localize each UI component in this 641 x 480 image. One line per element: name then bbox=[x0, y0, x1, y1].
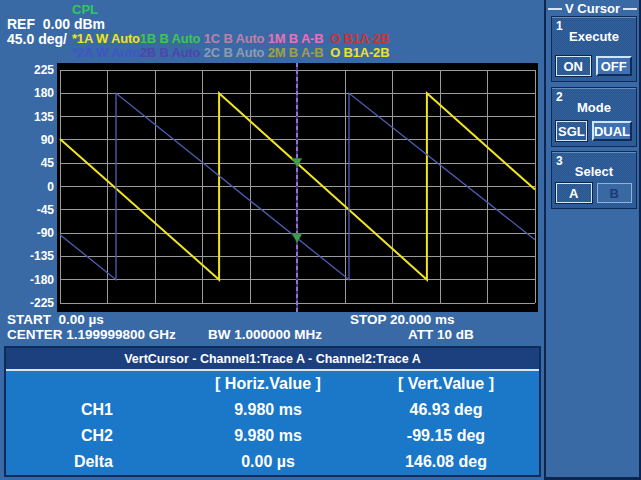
horiz-value: [ Horiz.Value ] bbox=[113, 375, 423, 393]
vert-value: [ Vert.Value ] bbox=[388, 375, 504, 393]
table-row: CH29.980 ms-99.15 deg bbox=[6, 423, 539, 449]
ref-level-readout: REF 0.00 dBm bbox=[7, 16, 105, 32]
off-button[interactable]: OFF bbox=[596, 56, 633, 76]
trace-label: O B1A-2B bbox=[323, 31, 389, 46]
on-button[interactable]: ON bbox=[556, 56, 591, 76]
table-row: CH19.980 ms46.93 deg bbox=[6, 397, 539, 423]
y-axis-label: 45 bbox=[14, 156, 54, 170]
softkey-button-row: AB bbox=[556, 183, 632, 203]
row-label: CH2 bbox=[6, 427, 113, 445]
trace-label: O B1A-2B bbox=[323, 45, 389, 60]
title-rule-left bbox=[548, 8, 562, 10]
stop-readout: STOP 20.000 ms bbox=[350, 312, 455, 327]
y-axis-label: -135 bbox=[14, 249, 54, 263]
trace-label: 1M B A-B bbox=[264, 31, 323, 46]
menu-title: V Cursor bbox=[565, 1, 620, 16]
horiz-value: 9.980 ms bbox=[113, 401, 423, 419]
trace-label: 2C B Auto bbox=[200, 45, 264, 60]
horiz-value: 9.980 ms bbox=[113, 427, 423, 445]
y-axis-label: 90 bbox=[14, 133, 54, 147]
start-readout: START 0.00 µs bbox=[7, 312, 104, 327]
softkey-menu: V Cursor 1ExecuteONOFF2ModeSGLDUAL3Selec… bbox=[544, 0, 641, 480]
y-axis-label: -225 bbox=[14, 296, 54, 310]
trace-label: 2M B A-B bbox=[264, 45, 323, 60]
softkey-button-row: ONOFF bbox=[556, 56, 632, 76]
a-button[interactable]: A bbox=[556, 183, 592, 203]
vert-value: 46.93 deg bbox=[388, 401, 504, 419]
y-axis-label: 135 bbox=[14, 110, 54, 124]
trace-label: 1B B Auto bbox=[140, 31, 201, 46]
softkey-label: Execute bbox=[552, 29, 636, 44]
att-readout: ATT 10 dB bbox=[408, 327, 474, 342]
softkey-label: Select bbox=[552, 164, 636, 179]
row-label: CH1 bbox=[6, 401, 113, 419]
trace-label: *1A W Auto bbox=[72, 31, 140, 46]
menu-title-bar: V Cursor bbox=[546, 1, 639, 15]
trace-status-row-2: *2A W Auto2B B Auto 2C B Auto 2M B A-B O… bbox=[72, 45, 389, 60]
plot-svg bbox=[57, 63, 538, 312]
trace-label: 1C B Auto bbox=[200, 31, 264, 46]
y-axis-label: -45 bbox=[14, 203, 54, 217]
sgl-button[interactable]: SGL bbox=[556, 121, 587, 141]
instrument-screen: CPL REF 0.00 dBm 45.0 deg/ *1A W Auto1B … bbox=[0, 0, 641, 480]
coupling-indicator: CPL bbox=[72, 2, 98, 17]
scale-per-div-readout: 45.0 deg/ bbox=[7, 31, 67, 47]
table-row: Delta0.00 µs146.08 deg bbox=[6, 449, 539, 475]
y-axis-label: 225 bbox=[14, 63, 54, 77]
softkey-label: Mode bbox=[552, 100, 636, 115]
softkey-group-execute: 1ExecuteONOFF bbox=[551, 16, 637, 82]
y-axis-label: -180 bbox=[14, 273, 54, 287]
softkey-group-mode: 2ModeSGLDUAL bbox=[551, 87, 637, 147]
trace-label: 2B B Auto bbox=[140, 45, 201, 60]
dual-button[interactable]: DUAL bbox=[592, 121, 632, 141]
bw-readout: BW 1.000000 MHz bbox=[208, 327, 322, 342]
title-rule-right bbox=[623, 8, 637, 10]
softkey-button-row: SGLDUAL bbox=[556, 121, 632, 141]
vert-value: -99.15 deg bbox=[388, 427, 504, 445]
trace-label: *2A W Auto bbox=[72, 45, 140, 60]
vert-value: 146.08 deg bbox=[388, 453, 504, 471]
softkey-group-select: 3SelectAB bbox=[551, 151, 637, 209]
y-axis-label: 180 bbox=[14, 86, 54, 100]
horiz-value: 0.00 µs bbox=[113, 453, 423, 471]
table-title: VertCursor - Channel1:Trace A - Channel2… bbox=[6, 348, 539, 371]
vert-cursor-table: VertCursor - Channel1:Trace A - Channel2… bbox=[4, 346, 541, 477]
table-header-row: [ Horiz.Value ][ Vert.Value ] bbox=[6, 371, 539, 397]
center-freq-readout: CENTER 1.199999800 GHz bbox=[7, 327, 176, 342]
trace-status-row-1: *1A W Auto1B B Auto 1C B Auto 1M B A-B O… bbox=[72, 31, 389, 46]
b-button: B bbox=[597, 183, 633, 203]
y-axis-label: 0 bbox=[14, 180, 54, 194]
phase-plot bbox=[57, 63, 538, 312]
y-axis-label: -90 bbox=[14, 226, 54, 240]
table-body: [ Horiz.Value ][ Vert.Value ]CH19.980 ms… bbox=[6, 371, 539, 475]
row-label: Delta bbox=[6, 453, 113, 471]
